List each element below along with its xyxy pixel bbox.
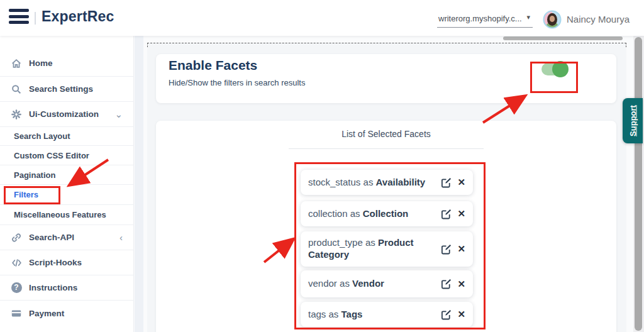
edit-icon[interactable] [441, 309, 452, 320]
search-icon [10, 84, 23, 95]
support-tab[interactable]: Support [623, 98, 643, 143]
sidebar-item-label: Home [29, 58, 53, 68]
code-icon [10, 257, 23, 268]
facet-row-product-type: product_type as Product Category ✕ [301, 231, 473, 267]
home-icon [10, 58, 23, 69]
sidebar-item-label: Search Layout [14, 131, 70, 141]
sidebar-item-label: Pagination [14, 170, 55, 180]
sidebar-item-label: Script-Hooks [29, 258, 82, 267]
remove-icon[interactable]: ✕ [457, 208, 465, 219]
facet-row-stock-status: stock_status as Availability ✕ [301, 170, 473, 195]
store-select-value: writerorg.myshopify.c... [438, 14, 522, 23]
store-select-dropdown[interactable]: writerorg.myshopify.c... ▾ [437, 11, 533, 28]
sidebar-item-search-api[interactable]: Search-API ‹ [0, 225, 134, 250]
frame-dashed-border [147, 43, 626, 47]
question-icon: ? [10, 282, 23, 293]
sidebar-nav: Home Search Settings [0, 36, 134, 332]
sidebar-item-label: Search Settings [29, 84, 93, 94]
content-left-strip [135, 36, 143, 332]
sidebar-item-label: Search-API [29, 233, 74, 242]
facets-title-divider [289, 148, 484, 149]
gear-icon [10, 109, 23, 120]
remove-icon[interactable]: ✕ [457, 309, 465, 320]
facet-label: vendor as Vendor [308, 278, 441, 290]
edit-icon[interactable] [441, 244, 452, 255]
sidebar-item-label: Miscellaneous Features [14, 210, 106, 219]
sidebar-item-filters[interactable]: Filters [0, 185, 134, 205]
sidebar-item-label: Payment [29, 309, 64, 318]
edit-icon[interactable] [441, 209, 452, 219]
facet-label: collection as Collection [308, 208, 441, 220]
sidebar-item-miscellaneous-features[interactable]: Miscellaneous Features [0, 205, 134, 225]
remove-icon[interactable]: ✕ [457, 243, 465, 255]
sidebar-item-home[interactable]: Home [0, 50, 134, 77]
enable-facets-card: Enable Facets Hide/Show the filters in s… [156, 54, 616, 103]
sidebar-item-search-settings[interactable]: Search Settings [0, 77, 134, 102]
facet-label: stock_status as Availability [308, 177, 441, 189]
vertical-scrollbar[interactable] [635, 37, 642, 331]
chevron-down-icon: ⌄ [114, 109, 123, 120]
toggle-knob [552, 61, 569, 77]
credit-card-icon [10, 307, 23, 319]
sidebar-item-script-hooks[interactable]: Script-Hooks [0, 250, 134, 275]
hamburger-menu-icon[interactable] [9, 9, 29, 26]
caret-down-icon: ▾ [526, 13, 530, 21]
link-icon [10, 232, 23, 243]
horizontal-scrollbar[interactable] [503, 36, 623, 40]
top-header: ExpertRec writerorg.myshopify.c... ▾ Nai… [0, 0, 644, 36]
sidebar-item-custom-css-editor[interactable]: Custom CSS Editor [0, 146, 134, 165]
enable-facets-title: Enable Facets [169, 58, 257, 73]
facet-label: product_type as Product Category [308, 237, 441, 261]
brand-separator [35, 12, 36, 25]
enable-facets-subtitle: Hide/Show the filters in search results [169, 78, 305, 87]
brand-logo: ExpertRec [42, 8, 114, 25]
remove-icon[interactable]: ✕ [457, 279, 465, 290]
enable-facets-toggle[interactable] [541, 63, 567, 75]
sidebar-item-instructions[interactable]: ? Instructions [0, 275, 134, 301]
remove-icon[interactable]: ✕ [457, 177, 465, 188]
facets-list-title: List of Selected Facets [156, 129, 616, 139]
sidebar-item-search-layout[interactable]: Search Layout [0, 127, 134, 146]
chevron-left-icon: ‹ [119, 232, 123, 243]
sidebar-item-label: Instructions [29, 283, 77, 292]
facet-row-tags: tags as Tags ✕ [301, 302, 473, 327]
facets-list-card: List of Selected Facets stock_status as … [156, 121, 616, 332]
sidebar-item-label: Custom CSS Editor [14, 151, 89, 160]
facet-row-collection: collection as Collection ✕ [301, 201, 473, 226]
edit-icon[interactable] [441, 177, 452, 188]
sidebar-item-payment[interactable]: Payment [0, 301, 134, 326]
edit-icon[interactable] [441, 279, 452, 289]
support-tab-label: Support [628, 105, 638, 136]
sidebar-item-label: Filters [14, 190, 38, 199]
facet-label: tags as Tags [308, 309, 441, 321]
facet-row-vendor: vendor as Vendor ✕ [301, 270, 473, 297]
avatar[interactable] [543, 10, 562, 29]
user-name: Naincy Mourya [567, 14, 630, 25]
sidebar-item-label: Ui-Customization [29, 109, 99, 119]
sidebar-item-ui-customization[interactable]: Ui-Customization ⌄ [0, 102, 134, 127]
sidebar-item-pagination[interactable]: Pagination [0, 165, 134, 185]
app-screen: ExpertRec writerorg.myshopify.c... ▾ Nai… [0, 0, 644, 332]
